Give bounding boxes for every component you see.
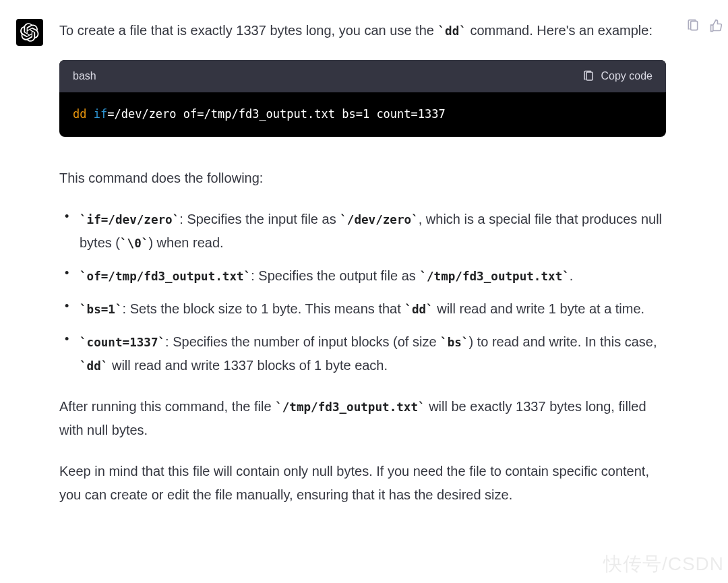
- inline-code: `dd`: [80, 359, 108, 373]
- list-item: `if=/dev/zero`: Specifies the input file…: [80, 208, 666, 255]
- message-actions: [686, 19, 723, 32]
- code-block-body: dd if=/dev/zero of=/tmp/fd3_output.txt b…: [59, 92, 666, 137]
- code-block-header: bash Copy code: [59, 60, 666, 92]
- code-token: dd: [73, 107, 86, 121]
- inline-code: `/tmp/fd3_output.txt`: [419, 270, 569, 283]
- inline-code: `count=1337`: [80, 336, 165, 349]
- text: ) when read.: [148, 235, 223, 250]
- svg-rect-1: [691, 21, 698, 30]
- text: .: [570, 268, 574, 283]
- inline-code: `bs=1`: [80, 303, 123, 316]
- inline-code: `\0`: [120, 237, 148, 250]
- clipboard-icon: [582, 70, 595, 82]
- assistant-avatar: [16, 19, 43, 46]
- inline-code: `/tmp/fd3_output.txt`: [275, 400, 425, 414]
- list-item: `of=/tmp/fd3_output.txt`: Specifies the …: [80, 264, 666, 288]
- code-block: bash Copy code dd if=/dev/zero of=/tmp/f…: [59, 60, 666, 137]
- svg-rect-0: [586, 72, 593, 80]
- intro-paragraph: To create a file that is exactly 1337 by…: [59, 19, 666, 42]
- list-item: `bs=1`: Sets the block size to 1 byte. T…: [80, 297, 666, 321]
- note-paragraph: Keep in mind that this file will contain…: [59, 460, 666, 507]
- thumbs-up-icon[interactable]: [709, 19, 723, 32]
- inline-code: `dd`: [404, 303, 433, 316]
- inline-code: `if=/dev/zero`: [80, 213, 179, 226]
- after-paragraph: After running this command, the file `/t…: [59, 395, 666, 442]
- list-item: `count=1337`: Specifies the number of in…: [80, 330, 666, 377]
- inline-code: `bs`: [440, 336, 468, 349]
- text: will read and write 1 byte at a time.: [433, 301, 644, 316]
- text: : Specifies the input file as: [179, 212, 340, 226]
- inline-code: `of=/tmp/fd3_output.txt`: [80, 270, 251, 283]
- watermark: 快传号/CSDN: [603, 547, 724, 580]
- text: will read and write 1337 blocks of 1 byt…: [108, 358, 388, 373]
- message-content: To create a file that is exactly 1337 by…: [59, 19, 673, 524]
- text: To create a file that is exactly 1337 by…: [59, 23, 437, 38]
- code-token: =/dev/zero of=/tmp/fd3_output.txt bs=1 c…: [107, 107, 446, 121]
- explain-heading: This command does the following:: [59, 166, 666, 190]
- text: : Specifies the number of input blocks (…: [165, 334, 440, 349]
- copy-code-button[interactable]: Copy code: [582, 67, 653, 86]
- code-token: if: [94, 107, 107, 121]
- openai-logo-icon: [20, 23, 39, 42]
- code-language-label: bash: [73, 67, 96, 86]
- copy-code-label: Copy code: [601, 67, 653, 86]
- text: ) to read and write. In this case,: [468, 334, 657, 349]
- inline-code: `/dev/zero`: [340, 213, 419, 226]
- text: : Specifies the output file as: [251, 268, 419, 283]
- text: After running this command, the file: [59, 399, 275, 414]
- clipboard-icon[interactable]: [686, 19, 700, 32]
- bullet-list: `if=/dev/zero`: Specifies the input file…: [59, 208, 666, 377]
- text: command. Here's an example:: [466, 23, 653, 38]
- message-row: To create a file that is exactly 1337 by…: [0, 0, 728, 524]
- text: : Sets the block size to 1 byte. This me…: [123, 301, 405, 316]
- inline-code: `dd`: [437, 24, 466, 38]
